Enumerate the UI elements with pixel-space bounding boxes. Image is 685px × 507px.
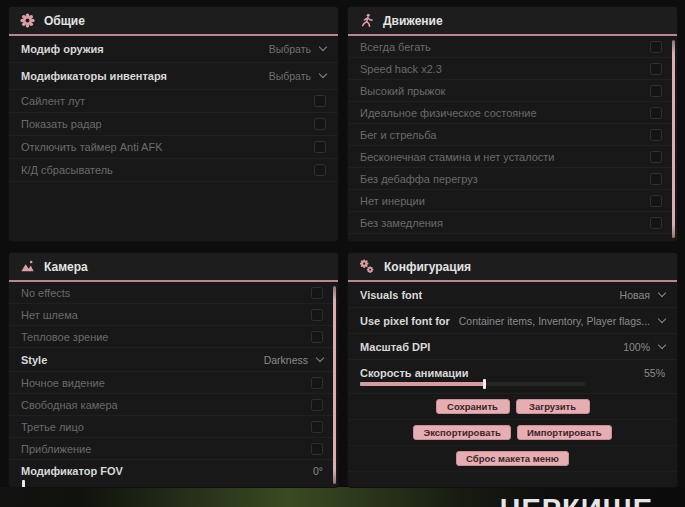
toggle-row-thermal-vision[interactable]: Тепловое зрение	[9, 326, 338, 348]
chevron-down-icon	[319, 43, 327, 51]
toggle-row-always-run[interactable]: Всегда бегать	[348, 36, 677, 58]
dropdown-value: Новая	[620, 289, 650, 301]
checkbox[interactable]	[650, 173, 662, 185]
panel-camera-header[interactable]: Камера	[9, 253, 338, 282]
checkbox[interactable]	[650, 41, 662, 53]
setting-label: Модификаторы инвентаря	[21, 70, 167, 82]
panel-title: Движение	[383, 14, 443, 28]
setting-label: Style	[21, 354, 47, 366]
setting-label: Масштаб DPI	[360, 341, 430, 353]
chevron-down-icon	[658, 314, 666, 322]
setting-label: Нет шлема	[21, 309, 78, 321]
checkbox[interactable]	[314, 118, 326, 130]
dpi-scale-dropdown[interactable]: 100%	[623, 341, 665, 353]
toggle-row-speed-hack[interactable]: Speed hack x2.3	[348, 58, 677, 80]
checkbox[interactable]	[650, 63, 662, 75]
visuals-font-dropdown[interactable]: Новая	[620, 289, 665, 301]
fov-slider-handle[interactable]	[22, 480, 25, 488]
animation-speed-value: 55%	[644, 367, 665, 379]
toggle-row-no-effects[interactable]: No effects	[9, 282, 338, 304]
toggle-row-high-jump[interactable]: Высокий прыжок	[348, 80, 677, 102]
toggle-row-no-slowdown[interactable]: Без замедления	[348, 212, 677, 234]
load-button[interactable]: Загрузить	[516, 399, 590, 414]
checkbox[interactable]	[650, 85, 662, 97]
setting-label: Сайлент лут	[21, 95, 85, 107]
dropdown-value: 100%	[623, 341, 650, 353]
toggle-row-no-helmet[interactable]: Нет шлема	[9, 304, 338, 326]
save-button[interactable]: Сохранить	[436, 399, 510, 414]
checkbox[interactable]	[650, 217, 662, 229]
checkbox[interactable]	[314, 95, 326, 107]
checkbox[interactable]	[650, 129, 662, 141]
scrollbar[interactable]	[672, 40, 675, 238]
panel-camera: Камера No effects Нет шлема Тепловое зре…	[8, 252, 339, 488]
scrollbar[interactable]	[333, 286, 336, 484]
toggle-row-third-person[interactable]: Третье лицо	[9, 416, 338, 438]
toggle-row-perfect-condition[interactable]: Идеальное физическое состояние	[348, 102, 677, 124]
toggle-row-zoom[interactable]: Приближение	[9, 438, 338, 460]
chevron-down-icon	[658, 288, 666, 296]
dropdown-value: Выбрать	[269, 70, 311, 82]
import-button[interactable]: Импортировать	[517, 425, 612, 440]
inventory-mods-dropdown[interactable]: Выбрать	[269, 70, 326, 82]
checkbox[interactable]	[650, 195, 662, 207]
panel-config-header[interactable]: Конфигурация	[348, 253, 677, 282]
checkbox[interactable]	[311, 377, 323, 389]
setting-row-pixel-font: Use pixel font for Container items, Inve…	[348, 308, 677, 334]
animation-speed-slider[interactable]	[360, 382, 585, 386]
gears-icon	[359, 259, 375, 274]
toggle-row-silent-loot[interactable]: Сайлент лут	[9, 90, 338, 113]
setting-label: Высокий прыжок	[360, 85, 445, 97]
checkbox[interactable]	[650, 151, 662, 163]
dropdown-value: Container items, Inventory, Player flags…	[459, 315, 650, 327]
pixel-font-dropdown[interactable]: Container items, Inventory, Player flags…	[459, 315, 665, 327]
setting-label: Ночное видение	[21, 377, 105, 389]
setting-row-animation-speed: Скорость анимации 55%	[348, 360, 677, 394]
checkbox[interactable]	[314, 141, 326, 153]
setting-label: Третье лицо	[21, 421, 84, 433]
toggle-row-free-camera[interactable]: Свободная камера	[9, 394, 338, 416]
toggle-row-infinite-stamina[interactable]: Бесконечная стамина и нет усталости	[348, 146, 677, 168]
toggle-row-show-radar[interactable]: Показать радар	[9, 113, 338, 136]
style-dropdown[interactable]: Darkness	[264, 354, 323, 366]
setting-row-style: Style Darkness	[9, 348, 338, 372]
checkbox[interactable]	[311, 287, 323, 299]
toggle-row-no-inertia[interactable]: Нет инерции	[348, 190, 677, 212]
checkbox[interactable]	[311, 331, 323, 343]
checkbox[interactable]	[311, 421, 323, 433]
checkbox[interactable]	[311, 399, 323, 411]
setting-label: Speed hack x2.3	[360, 63, 442, 75]
panel-movement-header[interactable]: Движение	[348, 7, 677, 36]
toggle-row-run-and-shoot[interactable]: Бег и стрельба	[348, 124, 677, 146]
gear-icon	[20, 13, 35, 28]
setting-label: Всегда бегать	[360, 41, 431, 53]
checkbox[interactable]	[650, 107, 662, 119]
toggle-row-night-vision[interactable]: Ночное видение	[9, 372, 338, 394]
setting-label: Модиф оружия	[21, 43, 104, 55]
setting-label: Без дебаффа перегруз	[360, 173, 478, 185]
panel-title: Камера	[44, 260, 88, 274]
mountains-icon	[20, 259, 35, 274]
setting-row-fov-modifier: Модификатор FOV 0°	[9, 460, 338, 488]
setting-row-dpi-scale: Масштаб DPI 100%	[348, 334, 677, 360]
button-row-export-import: Экспортировать Импортировать	[348, 420, 677, 446]
toggle-row-no-overload-debuff[interactable]: Без дебаффа перегруз	[348, 168, 677, 190]
mod-menu-overlay: ЧЕРКИШЕ Общие Модиф оружия	[0, 0, 685, 507]
weapon-mod-dropdown[interactable]: Выбрать	[269, 43, 326, 55]
button-row-save-load: Сохранить Загрузить	[348, 394, 677, 420]
toggle-row-cooldown-reset[interactable]: К/Д сбрасыватель	[9, 159, 338, 182]
setting-label: Модификатор FOV	[21, 465, 123, 477]
setting-label: Отключить таймер Anti AFK	[21, 141, 163, 153]
setting-row-weapon-mod: Модиф оружия Выбрать	[9, 36, 338, 63]
panel-general-header[interactable]: Общие	[9, 7, 338, 36]
slider-handle[interactable]	[483, 379, 486, 389]
toggle-row-anti-afk[interactable]: Отключить таймер Anti AFK	[9, 136, 338, 159]
checkbox[interactable]	[311, 443, 323, 455]
checkbox[interactable]	[314, 164, 326, 176]
slider-fill	[360, 382, 484, 386]
setting-label: Свободная камера	[21, 399, 118, 411]
reset-menu-layout-button[interactable]: Сброс макета меню	[456, 451, 569, 466]
export-button[interactable]: Экспортировать	[413, 425, 510, 440]
setting-label: No effects	[21, 287, 70, 299]
checkbox[interactable]	[311, 309, 323, 321]
